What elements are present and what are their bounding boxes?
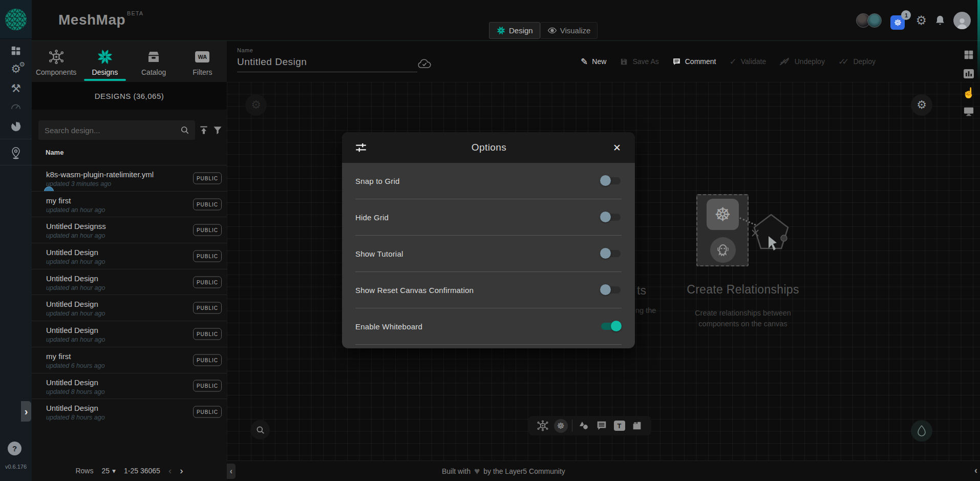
design-row[interactable]: k8s-wasm-plugin-ratelimiter.yml updated … xyxy=(32,165,227,191)
deploy-button[interactable]: ✓✓ Deploy xyxy=(838,57,876,66)
tab-filters[interactable]: WA Filters xyxy=(178,41,227,82)
wasm-filters-icon: WA xyxy=(195,48,209,66)
sidebar-item-meshmap[interactable] xyxy=(0,145,32,161)
notifications-button[interactable] xyxy=(934,14,946,27)
panel-tabs: Components Designs Catalog xyxy=(32,41,227,82)
question-icon: ? xyxy=(12,444,17,453)
toggle-show-tutorial[interactable] xyxy=(601,250,621,257)
toggle-enable-whiteboard[interactable] xyxy=(601,323,621,330)
rail-divider xyxy=(0,165,32,165)
upload-icon xyxy=(199,125,209,135)
kubernetes-context-switcher[interactable]: ☸ 1 xyxy=(890,10,908,31)
sidebar-item-lifecycle[interactable]: ⚙ ⚙ xyxy=(0,61,32,77)
collaborator-avatar[interactable] xyxy=(867,13,882,28)
sidebar-item-extensions[interactable] xyxy=(0,119,32,134)
validate-button[interactable]: ✓ Validate xyxy=(729,57,766,66)
tab-catalog[interactable]: Catalog xyxy=(130,41,178,82)
comment-button[interactable]: Comment xyxy=(672,57,716,66)
meshery-node xyxy=(710,237,736,263)
help-button[interactable]: ? xyxy=(8,442,22,455)
interaction-mode-button[interactable]: ☝ xyxy=(962,86,975,99)
toggle-knob xyxy=(600,248,611,259)
text-tool[interactable]: T xyxy=(613,419,626,432)
sidebar-item-configuration[interactable]: ⚒ xyxy=(0,81,32,96)
sidebar-item-dashboard[interactable] xyxy=(0,43,32,58)
layer5-logo[interactable] xyxy=(0,0,32,39)
kubernetes-tool[interactable]: ☸ xyxy=(554,419,568,433)
toggle-knob xyxy=(600,212,611,222)
close-modal-button[interactable]: ✕ xyxy=(610,142,624,154)
toggle-reset-canvas-confirmation[interactable] xyxy=(601,286,621,294)
canvas-config-button[interactable]: ⚙ xyxy=(911,94,932,116)
tutorial-component-group: ☸ xyxy=(696,194,749,266)
design-row[interactable]: Untitled Design updated 8 hours ago PUBL… xyxy=(32,399,227,425)
eye-icon xyxy=(547,26,557,35)
design-row[interactable]: Untitled Design updated an hour ago PUBL… xyxy=(32,321,227,347)
floppy-icon xyxy=(620,57,628,66)
display-button[interactable] xyxy=(962,105,975,118)
design-row[interactable]: Untitled Design updated an hour ago PUBL… xyxy=(32,295,227,321)
next-page-button[interactable]: › xyxy=(180,465,183,476)
collaborator-avatars xyxy=(856,13,883,28)
list-pagination: Rows 25 ▾ 1-25 36065 ‹ › xyxy=(32,461,227,481)
design-row[interactable]: Untitled Design updated an hour ago PUBL… xyxy=(32,243,227,269)
sidebar-item-performance[interactable] xyxy=(0,99,32,115)
modal-bottom-padding xyxy=(342,345,635,348)
import-design-button[interactable] xyxy=(198,124,209,136)
tab-visualize[interactable]: Visualize xyxy=(540,22,598,39)
previous-page-button[interactable]: ‹ xyxy=(168,465,172,476)
design-row[interactable]: Untitled Design updated an hour ago PUBL… xyxy=(32,269,227,295)
tune-icon xyxy=(354,141,368,154)
comment-icon xyxy=(672,57,681,66)
shapes-tool[interactable] xyxy=(577,419,590,432)
visibility-badge: PUBLIC xyxy=(193,354,222,366)
canvas-settings-dim-button[interactable]: ⚙ xyxy=(245,94,267,116)
views-button[interactable] xyxy=(962,48,975,61)
comment-tool[interactable] xyxy=(595,419,608,432)
right-dock: ☝ xyxy=(962,48,975,118)
tutorial-hint: Create Relationships Create relationship… xyxy=(671,283,815,329)
new-button[interactable]: ✎ New xyxy=(581,57,606,66)
design-list: k8s-wasm-plugin-ratelimiter.yml updated … xyxy=(32,165,227,425)
design-row[interactable]: Untitled Designss updated an hour ago PU… xyxy=(32,217,227,243)
visibility-badge: PUBLIC xyxy=(193,172,222,184)
design-name-field: Name xyxy=(237,47,417,72)
search-icon[interactable] xyxy=(180,125,190,135)
design-name-input[interactable] xyxy=(237,56,417,72)
meshmap-app: ⚙ ⚙ ⚒ › xyxy=(0,0,980,481)
double-check-crossed-icon: ✓✓ xyxy=(779,57,791,66)
drop-pin-button[interactable] xyxy=(911,420,932,442)
media-tool[interactable] xyxy=(630,419,644,432)
add-component-tool[interactable] xyxy=(536,419,549,432)
design-row[interactable]: my first updated an hour ago PUBLIC xyxy=(32,191,227,217)
dashboard-icon xyxy=(10,45,22,56)
shapes-icon xyxy=(578,420,590,432)
rail-expand-button[interactable]: › xyxy=(21,401,31,422)
tab-designs[interactable]: Designs xyxy=(80,41,129,82)
zoom-button[interactable] xyxy=(250,420,270,440)
undeploy-button[interactable]: ✓✓ Undeploy xyxy=(779,57,825,66)
tab-design[interactable]: Design xyxy=(489,22,540,39)
design-row[interactable]: my first updated 6 hours ago PUBLIC xyxy=(32,347,227,373)
user-avatar[interactable] xyxy=(953,12,971,29)
monitor-icon xyxy=(963,107,974,117)
search-input[interactable] xyxy=(38,126,180,135)
heart-icon: ♥ xyxy=(474,466,480,477)
save-as-button[interactable]: Save As xyxy=(620,57,658,66)
toggle-snap-to-grid[interactable] xyxy=(601,177,621,184)
active-tab-indicator xyxy=(84,79,126,81)
filter-button[interactable] xyxy=(212,124,223,136)
page-size-select[interactable]: 25 ▾ xyxy=(101,467,116,475)
settings-button[interactable]: ⚙ xyxy=(915,13,927,28)
analytics-button[interactable] xyxy=(962,67,975,80)
version-label: v0.6.176 xyxy=(0,464,32,470)
collapse-right-panel-button[interactable]: ‹ xyxy=(974,465,977,476)
design-pinwheel-icon xyxy=(496,26,506,35)
design-row[interactable]: Untitled Design updated 8 hours ago PUBL… xyxy=(32,373,227,399)
header-actions: ☸ 1 ⚙ xyxy=(856,0,971,41)
tab-components[interactable]: Components xyxy=(32,41,80,82)
collapse-left-panel-button[interactable]: ‹ xyxy=(227,464,236,479)
toggle-hide-grid[interactable] xyxy=(601,214,621,221)
occluded-hint-fragment: ng the xyxy=(635,306,656,315)
check-icon: ✓ xyxy=(729,57,736,66)
